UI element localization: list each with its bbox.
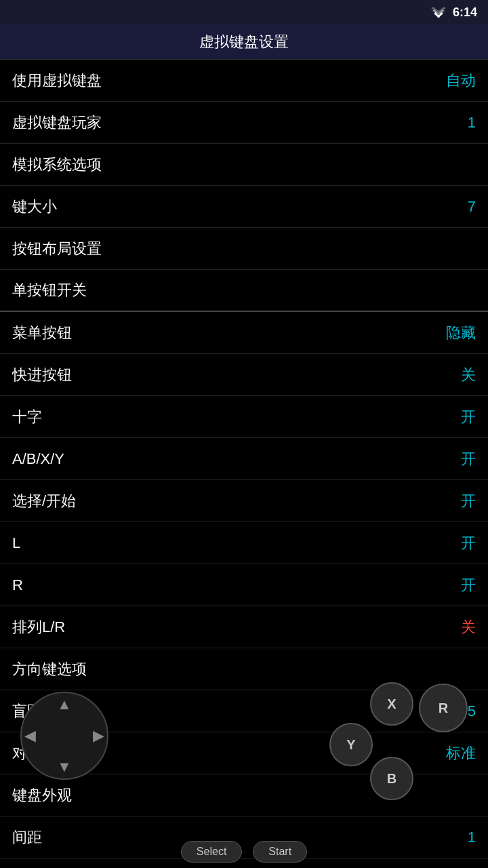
setting-row-l-button[interactable]: L开 [0,522,488,564]
setting-row-sort-lr[interactable]: 排列L/R关 [0,606,488,648]
setting-row-virtual-keyboard-player[interactable]: 虚拟键盘玩家1 [0,102,488,144]
setting-value-r-button: 开 [461,575,476,595]
setting-value-select-start: 开 [461,491,476,511]
setting-label-virtual-keyboard-player: 虚拟键盘玩家 [12,113,102,133]
setting-label-abxy: A/B/X/Y [12,450,64,468]
status-time: 6:14 [453,5,477,20]
start-button[interactable]: Start [253,841,307,863]
setting-row-menu-button[interactable]: 菜单按钮隐藏 [0,312,488,354]
svg-point-3 [437,15,440,18]
setting-value-deadzone: 1.35 [447,703,476,720]
setting-value-menu-button: 隐藏 [446,323,476,343]
setting-value-sort-lr: 关 [461,617,476,637]
setting-label-diagonal-sensitivity: 对角线灵敏度 [12,743,102,764]
setting-label-r-button: R [12,576,23,594]
setting-row-diagonal-sensitivity[interactable]: 对角线灵敏度标准 [0,732,488,774]
setting-label-fast-forward-button: 快进按钮 [12,365,72,385]
setting-label-select-start: 选择/开始 [12,491,76,511]
setting-value-fast-forward-button: 关 [461,365,476,385]
setting-label-sort-lr: 排列L/R [12,617,65,637]
setting-row-keyboard-appearance[interactable]: 键盘外观 [0,774,488,816]
setting-label-l-button: L [12,534,20,552]
setting-label-dpad-options: 方向键选项 [12,659,87,679]
setting-row-deadzone[interactable]: 盲区1.35 [0,690,488,732]
setting-value-abxy: 开 [461,449,476,469]
wifi-icon [431,7,446,18]
setting-value-key-size: 7 [468,198,476,216]
setting-value-virtual-keyboard-player: 1 [468,114,476,132]
bottom-buttons: Select Start [0,841,488,863]
setting-row-key-size[interactable]: 键大小7 [0,186,488,228]
setting-row-select-start[interactable]: 选择/开始开 [0,480,488,522]
setting-value-diagonal-sensitivity: 标准 [446,743,476,764]
setting-value-dpad: 开 [461,407,476,427]
setting-row-dpad-options[interactable]: 方向键选项 [0,648,488,690]
setting-label-button-layout-settings: 按钮布局设置 [12,239,102,259]
svg-marker-2 [431,7,446,14]
setting-row-r-button[interactable]: R开 [0,564,488,606]
setting-row-dpad[interactable]: 十字开 [0,396,488,438]
settings-list: 使用虚拟键盘自动虚拟键盘玩家1模拟系统选项键大小7按钮布局设置单按钮开关菜单按钮… [0,60,488,859]
setting-label-menu-button: 菜单按钮 [12,323,72,343]
page-title: 虚拟键盘设置 [199,32,289,52]
setting-label-emulation-system-options: 模拟系统选项 [12,155,102,175]
title-bar: 虚拟键盘设置 [0,24,488,60]
setting-label-deadzone: 盲区 [12,701,42,722]
setting-value-l-button: 开 [461,533,476,553]
setting-label-use-virtual-keyboard: 使用虚拟键盘 [12,71,102,91]
setting-row-button-layout-settings[interactable]: 按钮布局设置 [0,228,488,270]
setting-row-emulation-system-options[interactable]: 模拟系统选项 [0,144,488,186]
setting-row-single-button-toggle[interactable]: 单按钮开关 [0,270,488,312]
setting-row-use-virtual-keyboard[interactable]: 使用虚拟键盘自动 [0,60,488,102]
setting-value-use-virtual-keyboard: 自动 [446,71,476,91]
select-button[interactable]: Select [181,841,242,863]
setting-row-fast-forward-button[interactable]: 快进按钮关 [0,354,488,396]
setting-label-single-button-toggle: 单按钮开关 [12,280,87,300]
setting-row-abxy[interactable]: A/B/X/Y开 [0,438,488,480]
setting-label-dpad: 十字 [12,407,42,427]
setting-label-key-size: 键大小 [12,197,57,217]
status-bar: 6:14 [0,0,488,24]
setting-label-keyboard-appearance: 键盘外观 [12,785,72,806]
